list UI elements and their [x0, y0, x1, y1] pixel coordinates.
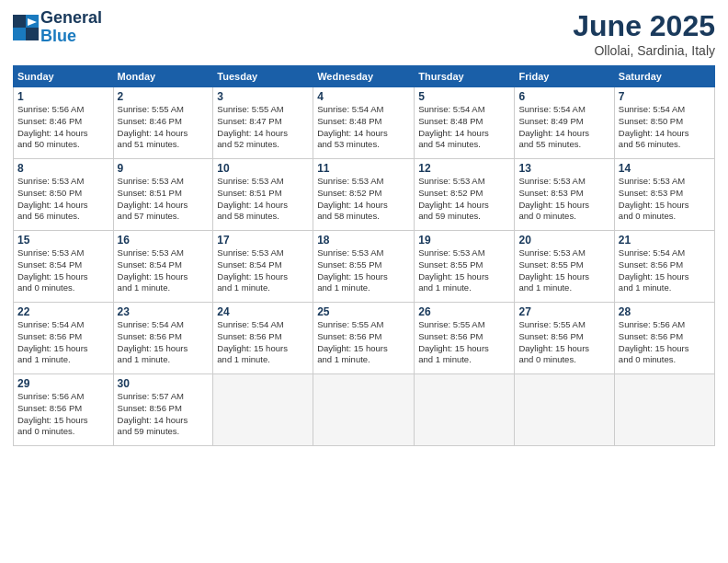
- table-row: 23Sunrise: 5:54 AMSunset: 8:56 PMDayligh…: [113, 303, 213, 374]
- table-row: 26Sunrise: 5:55 AMSunset: 8:56 PMDayligh…: [415, 303, 515, 374]
- logo-text: General Blue: [40, 9, 102, 46]
- day-info: Sunrise: 5:55 AMSunset: 8:47 PMDaylight:…: [217, 104, 309, 151]
- day-number: 30: [118, 377, 210, 390]
- day-number: 27: [518, 305, 609, 318]
- col-sunday: Sunday: [14, 66, 114, 87]
- day-info: Sunrise: 5:54 AMSunset: 8:48 PMDaylight:…: [317, 104, 410, 151]
- svg-rect-3: [26, 28, 39, 40]
- day-number: 3: [217, 90, 309, 103]
- table-row: [213, 374, 313, 446]
- month-title: June 2025: [573, 9, 715, 43]
- table-row: 24Sunrise: 5:54 AMSunset: 8:56 PMDayligh…: [213, 303, 313, 374]
- day-info: Sunrise: 5:54 AMSunset: 8:50 PMDaylight:…: [619, 104, 711, 151]
- table-row: 12Sunrise: 5:53 AMSunset: 8:52 PMDayligh…: [415, 159, 515, 231]
- day-info: Sunrise: 5:54 AMSunset: 8:49 PMDaylight:…: [518, 104, 609, 151]
- table-row: 11Sunrise: 5:53 AMSunset: 8:52 PMDayligh…: [313, 159, 415, 231]
- title-block: June 2025 Ollolai, Sardinia, Italy: [573, 9, 715, 58]
- day-info: Sunrise: 5:56 AMSunset: 8:56 PMDaylight:…: [619, 319, 711, 366]
- day-info: Sunrise: 5:54 AMSunset: 8:56 PMDaylight:…: [17, 319, 109, 366]
- logo-general: General: [40, 9, 102, 28]
- day-info: Sunrise: 5:55 AMSunset: 8:56 PMDaylight:…: [418, 319, 510, 366]
- table-row: 29Sunrise: 5:56 AMSunset: 8:56 PMDayligh…: [14, 374, 114, 446]
- col-wednesday: Wednesday: [313, 66, 415, 87]
- day-info: Sunrise: 5:55 AMSunset: 8:56 PMDaylight:…: [518, 319, 609, 366]
- table-row: 30Sunrise: 5:57 AMSunset: 8:56 PMDayligh…: [113, 374, 213, 446]
- day-number: 16: [118, 234, 210, 247]
- day-number: 19: [418, 234, 510, 247]
- logo-icon: [13, 15, 39, 40]
- day-info: Sunrise: 5:54 AMSunset: 8:56 PMDaylight:…: [118, 319, 210, 366]
- day-info: Sunrise: 5:53 AMSunset: 8:51 PMDaylight:…: [217, 176, 309, 223]
- day-info: Sunrise: 5:53 AMSunset: 8:55 PMDaylight:…: [518, 247, 609, 294]
- header-row: Sunday Monday Tuesday Wednesday Thursday…: [14, 66, 715, 87]
- day-number: 29: [17, 377, 109, 390]
- day-info: Sunrise: 5:53 AMSunset: 8:53 PMDaylight:…: [619, 176, 711, 223]
- location: Ollolai, Sardinia, Italy: [573, 43, 715, 58]
- table-row: 2Sunrise: 5:55 AMSunset: 8:46 PMDaylight…: [113, 87, 213, 159]
- col-tuesday: Tuesday: [213, 66, 313, 87]
- table-row: [515, 374, 614, 446]
- day-info: Sunrise: 5:53 AMSunset: 8:54 PMDaylight:…: [17, 247, 109, 294]
- table-row: 25Sunrise: 5:55 AMSunset: 8:56 PMDayligh…: [313, 303, 415, 374]
- day-number: 4: [317, 90, 410, 103]
- table-row: 4Sunrise: 5:54 AMSunset: 8:48 PMDaylight…: [313, 87, 415, 159]
- day-number: 15: [17, 234, 109, 247]
- day-info: Sunrise: 5:56 AMSunset: 8:56 PMDaylight:…: [17, 391, 109, 438]
- day-info: Sunrise: 5:55 AMSunset: 8:56 PMDaylight:…: [317, 319, 410, 366]
- day-number: 7: [619, 90, 711, 103]
- day-number: 25: [317, 305, 410, 318]
- day-info: Sunrise: 5:57 AMSunset: 8:56 PMDaylight:…: [118, 391, 210, 438]
- col-saturday: Saturday: [614, 66, 714, 87]
- logo: General Blue: [13, 9, 102, 46]
- day-info: Sunrise: 5:53 AMSunset: 8:55 PMDaylight:…: [418, 247, 510, 294]
- day-number: 28: [619, 305, 711, 318]
- day-number: 22: [17, 305, 109, 318]
- table-row: [415, 374, 515, 446]
- day-number: 21: [619, 234, 711, 247]
- day-info: Sunrise: 5:53 AMSunset: 8:55 PMDaylight:…: [317, 247, 410, 294]
- table-row: 6Sunrise: 5:54 AMSunset: 8:49 PMDaylight…: [515, 87, 614, 159]
- day-number: 17: [217, 234, 309, 247]
- table-row: 15Sunrise: 5:53 AMSunset: 8:54 PMDayligh…: [14, 231, 114, 303]
- day-number: 11: [317, 162, 410, 175]
- svg-rect-0: [13, 15, 26, 28]
- day-number: 12: [418, 162, 510, 175]
- day-number: 1: [17, 90, 109, 103]
- table-row: 22Sunrise: 5:54 AMSunset: 8:56 PMDayligh…: [14, 303, 114, 374]
- day-number: 6: [518, 90, 609, 103]
- day-number: 20: [518, 234, 609, 247]
- table-row: 8Sunrise: 5:53 AMSunset: 8:50 PMDaylight…: [14, 159, 114, 231]
- day-info: Sunrise: 5:54 AMSunset: 8:48 PMDaylight:…: [418, 104, 510, 151]
- table-row: 28Sunrise: 5:56 AMSunset: 8:56 PMDayligh…: [614, 303, 714, 374]
- table-row: 9Sunrise: 5:53 AMSunset: 8:51 PMDaylight…: [113, 159, 213, 231]
- day-number: 14: [619, 162, 711, 175]
- table-row: 27Sunrise: 5:55 AMSunset: 8:56 PMDayligh…: [515, 303, 614, 374]
- col-friday: Friday: [515, 66, 614, 87]
- table-row: 7Sunrise: 5:54 AMSunset: 8:50 PMDaylight…: [614, 87, 714, 159]
- table-row: 20Sunrise: 5:53 AMSunset: 8:55 PMDayligh…: [515, 231, 614, 303]
- day-number: 23: [118, 305, 210, 318]
- day-info: Sunrise: 5:56 AMSunset: 8:46 PMDaylight:…: [17, 104, 109, 151]
- table-row: 21Sunrise: 5:54 AMSunset: 8:56 PMDayligh…: [614, 231, 714, 303]
- table-row: 17Sunrise: 5:53 AMSunset: 8:54 PMDayligh…: [213, 231, 313, 303]
- table-row: 13Sunrise: 5:53 AMSunset: 8:53 PMDayligh…: [515, 159, 614, 231]
- table-row: [614, 374, 714, 446]
- day-number: 26: [418, 305, 510, 318]
- day-info: Sunrise: 5:53 AMSunset: 8:54 PMDaylight:…: [217, 247, 309, 294]
- day-info: Sunrise: 5:54 AMSunset: 8:56 PMDaylight:…: [217, 319, 309, 366]
- svg-rect-2: [13, 28, 26, 40]
- day-info: Sunrise: 5:53 AMSunset: 8:50 PMDaylight:…: [17, 176, 109, 223]
- day-info: Sunrise: 5:53 AMSunset: 8:53 PMDaylight:…: [518, 176, 609, 223]
- day-info: Sunrise: 5:53 AMSunset: 8:52 PMDaylight:…: [317, 176, 410, 223]
- day-number: 2: [118, 90, 210, 103]
- page: General Blue June 2025 Ollolai, Sardinia…: [0, 0, 728, 563]
- col-monday: Monday: [113, 66, 213, 87]
- calendar-table: Sunday Monday Tuesday Wednesday Thursday…: [13, 65, 715, 446]
- table-row: 10Sunrise: 5:53 AMSunset: 8:51 PMDayligh…: [213, 159, 313, 231]
- table-row: 3Sunrise: 5:55 AMSunset: 8:47 PMDaylight…: [213, 87, 313, 159]
- table-row: 16Sunrise: 5:53 AMSunset: 8:54 PMDayligh…: [113, 231, 213, 303]
- day-number: 18: [317, 234, 410, 247]
- header: General Blue June 2025 Ollolai, Sardinia…: [13, 9, 715, 58]
- day-info: Sunrise: 5:55 AMSunset: 8:46 PMDaylight:…: [118, 104, 210, 151]
- logo-blue: Blue: [40, 28, 102, 46]
